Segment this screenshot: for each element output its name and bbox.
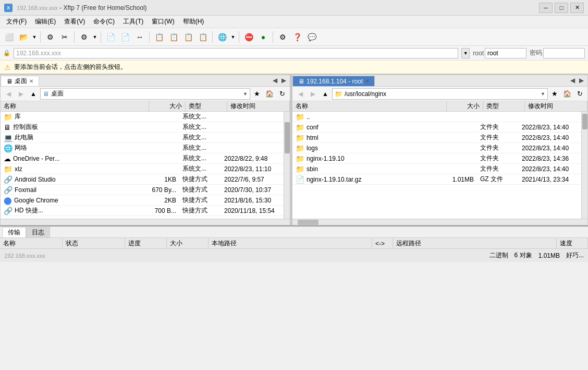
list-item[interactable]: 📁.. (292, 112, 581, 122)
left-up-btn[interactable]: ▲ (28, 88, 39, 100)
right-tab-prev[interactable]: ◀ (569, 76, 577, 85)
right-header-date[interactable]: 修改时间 (525, 101, 587, 111)
list-item[interactable]: 📁conf 文件夹 2022/8/23, 14:40 (292, 122, 581, 133)
right-reload-btn[interactable]: ↻ (574, 88, 585, 100)
list-item[interactable]: 📁logs 文件夹 2022/8/23, 14:40 (292, 143, 581, 153)
left-path-dropdown[interactable]: ▼ (243, 91, 248, 97)
toolbar-open[interactable]: 📂 (17, 30, 30, 44)
right-header-name[interactable]: 名称 (292, 101, 447, 111)
right-home-btn[interactable]: 🏠 (561, 88, 573, 100)
left-hscroll[interactable] (1, 219, 290, 225)
transfer-col-progress[interactable]: 进度 (125, 238, 167, 249)
list-item[interactable]: 🔗HD 快捷... 700 B... 快捷方式 2020/11/18, 15:5… (1, 206, 284, 216)
toolbar-settings[interactable]: ⚙ (276, 30, 289, 44)
list-item[interactable]: ☁OneDrive - Per... 系统文... 2022/8/22, 9:4… (1, 153, 284, 164)
left-path-combo[interactable]: 🖥 桌面 ▼ (40, 88, 250, 100)
toolbar-btn3[interactable]: ⚙ (77, 30, 91, 44)
list-item[interactable]: 🖥控制面板 系统文... (1, 122, 284, 133)
right-scroll-thumb[interactable] (582, 114, 587, 129)
right-path-dropdown[interactable]: ▼ (541, 91, 545, 97)
transfer-col-status[interactable]: 状态 (63, 238, 125, 249)
menu-help[interactable]: 帮助(H) (179, 16, 209, 27)
menu-file[interactable]: 文件(F) (2, 16, 31, 27)
transfer-col-name[interactable]: 名称 (0, 238, 63, 249)
right-tab-close[interactable]: ✕ (365, 78, 369, 84)
left-tab-next[interactable]: ▶ (280, 76, 288, 85)
transfer-col-speed[interactable]: 速度 (557, 238, 588, 249)
transfer-col-local[interactable]: 本地路径 (209, 238, 372, 249)
menu-command[interactable]: 命令(C) (89, 16, 119, 27)
host-input[interactable] (14, 48, 458, 58)
list-item[interactable]: 📁库 系统文... (1, 112, 284, 122)
left-reload-btn[interactable]: ↻ (276, 88, 288, 100)
left-scroll-thumb[interactable] (285, 122, 290, 153)
right-header-size[interactable]: 大小 (447, 101, 483, 111)
list-item[interactable]: 🔗Android Studio 1KB 快捷方式 2022/7/6, 9:57 (1, 174, 284, 185)
list-item[interactable]: 🔗Foxmail 670 By... 快捷方式 2020/7/30, 10:37 (1, 185, 284, 195)
toolbar-btn1[interactable]: ⚙ (43, 30, 57, 44)
toolbar-stop[interactable]: ⛔ (242, 30, 255, 44)
left-panel-tab[interactable]: 🖥 桌面 ✕ (1, 76, 39, 86)
menu-window[interactable]: 窗口(W) (148, 16, 178, 27)
list-item[interactable]: 📁sbin 文件夹 2022/8/23, 14:40 (292, 164, 581, 174)
toolbar-btn9[interactable]: 📋 (196, 30, 210, 44)
minimize-button[interactable]: ─ (539, 3, 553, 13)
left-tab-prev[interactable]: ◀ (271, 76, 279, 85)
toolbar-btn5[interactable]: 📄 (118, 30, 132, 44)
right-fwd-btn[interactable]: ▶ (307, 88, 318, 100)
toolbar-globe[interactable]: 🌐 (215, 30, 229, 44)
folder-icon: 📁 (4, 113, 13, 121)
left-header-date[interactable]: 修改时间 (227, 101, 290, 111)
toolbar-help[interactable]: ❓ (290, 30, 304, 44)
maximize-button[interactable]: □ (555, 3, 568, 13)
list-item[interactable]: 📁html 文件夹 2022/8/23, 14:40 (292, 133, 581, 143)
left-tab-close[interactable]: ✕ (29, 78, 33, 84)
toolbar-open-dropdown[interactable]: ▼ (31, 30, 38, 44)
right-path-combo[interactable]: 📁 /usr/local/nginx ▼ (332, 88, 548, 100)
left-back-btn[interactable]: ◀ (3, 88, 14, 100)
toolbar-globe-drop[interactable]: ▼ (230, 30, 236, 44)
right-tab-next[interactable]: ▶ (578, 76, 585, 85)
list-item[interactable]: 💻此电脑 系统文... (1, 133, 284, 143)
tab-log[interactable]: 日志 (26, 227, 50, 237)
toolbar-green[interactable]: ● (256, 30, 270, 44)
right-header-type[interactable]: 类型 (483, 101, 525, 111)
menu-tools[interactable]: 工具(T) (119, 16, 148, 27)
right-scrollbar[interactable] (581, 112, 587, 219)
right-bookmark-btn[interactable]: ★ (549, 88, 560, 100)
transfer-col-remote[interactable]: 远程路径 (393, 238, 557, 249)
toolbar-refresh[interactable]: ↔ (133, 30, 146, 44)
left-header-type[interactable]: 类型 (186, 101, 227, 111)
list-item[interactable]: ⬤Google Chrome 2KB 快捷方式 2021/8/16, 15:30 (1, 195, 284, 206)
menu-view[interactable]: 查看(V) (60, 16, 89, 27)
host-dropdown[interactable]: ▼ (461, 48, 470, 58)
left-scrollbar[interactable] (284, 112, 290, 219)
right-hscroll[interactable] (292, 219, 587, 225)
toolbar-btn7[interactable]: 📋 (167, 30, 180, 44)
toolbar-btn4[interactable]: 📄 (104, 30, 117, 44)
password-input[interactable] (543, 48, 585, 58)
list-item[interactable]: 🌐网络 系统文... (1, 143, 284, 153)
transfer-col-size[interactable]: 大小 (167, 238, 209, 249)
toolbar-btn8[interactable]: 📋 (181, 30, 195, 44)
list-item[interactable]: 📄nginx-1.19.10.tar.gz 1.01MB GZ 文件 2021/… (292, 174, 581, 185)
toolbar-new-session[interactable]: ⬜ (2, 30, 16, 44)
right-back-btn[interactable]: ◀ (295, 88, 306, 100)
left-header-size[interactable]: 大小 (149, 101, 186, 111)
toolbar-btn3-drop[interactable]: ▼ (92, 30, 98, 44)
left-bookmark-btn[interactable]: ★ (251, 88, 263, 100)
left-home-btn[interactable]: 🏠 (264, 88, 275, 100)
list-item[interactable]: 📁xlz 系统文... 2022/8/23, 11:10 (1, 164, 284, 174)
tab-transfer[interactable]: 传输 (2, 227, 26, 237)
left-header-name[interactable]: 名称 (1, 101, 149, 111)
toolbar-btn6[interactable]: 📋 (152, 30, 166, 44)
right-up-btn[interactable]: ▲ (320, 88, 331, 100)
right-panel-tab[interactable]: 🖥 192.168.1.104 - root ✕ (292, 76, 375, 86)
menu-edit[interactable]: 编辑(E) (31, 16, 60, 27)
close-button[interactable]: ✕ (570, 3, 584, 13)
user-input[interactable] (485, 48, 526, 58)
left-fwd-btn[interactable]: ▶ (15, 88, 27, 100)
list-item[interactable]: 📁nginx-1.19.10 文件夹 2022/8/23, 14:36 (292, 153, 581, 164)
toolbar-btn2[interactable]: ✂ (58, 30, 71, 44)
toolbar-comment[interactable]: 💬 (305, 30, 318, 44)
